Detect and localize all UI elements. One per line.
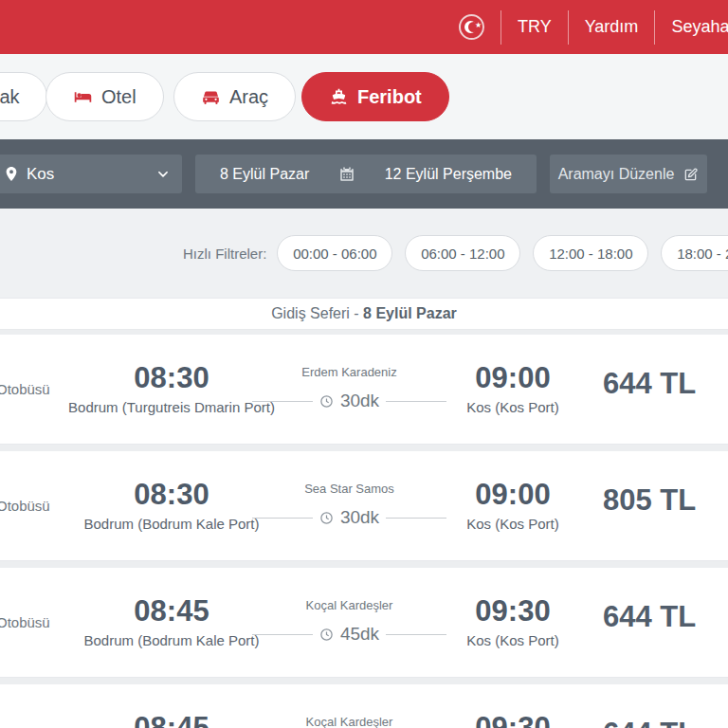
divider bbox=[654, 10, 655, 45]
section-title-prefix: Gidiş Seferi - bbox=[271, 305, 363, 322]
price: 805 TL bbox=[603, 483, 696, 518]
filter-06-12[interactable]: 06:00 - 12:00 bbox=[405, 235, 520, 271]
duration: 30dk bbox=[340, 507, 379, 528]
arrival-port: Kos (Kos Port) bbox=[418, 399, 608, 415]
edit-search-button[interactable]: Aramayı Düzenle bbox=[550, 155, 707, 193]
journey-row[interactable]: Otobüsü 08:30 Bodrum (Turgutreis Dmarin … bbox=[0, 335, 728, 445]
duration: 45dk bbox=[340, 624, 379, 645]
edit-search-label: Aramayı Düzenle bbox=[558, 166, 675, 183]
location-pin-icon bbox=[5, 166, 18, 182]
tab-flight-label: Uçak bbox=[0, 86, 20, 108]
quick-filters: Hızlı Filtreler: 00:00 - 06:00 06:00 - 1… bbox=[0, 209, 728, 298]
search-bar: Kos 8 Eylül Pazar 12 Eylül Perşembe Aram… bbox=[0, 139, 728, 209]
quick-filters-label: Hızlı Filtreler: bbox=[183, 246, 266, 262]
shuttle-label: Otobüsü bbox=[0, 451, 50, 560]
chevron-down-icon bbox=[156, 166, 170, 182]
arrival-time: 09:00 bbox=[418, 361, 608, 395]
arrival-time: 09:30 bbox=[418, 594, 608, 628]
arrival-block: 09:00 Kos (Kos Port) bbox=[418, 361, 608, 415]
price: 644 TL bbox=[603, 600, 696, 634]
price: 644 TL bbox=[603, 717, 696, 728]
tab-hotel-label: Otel bbox=[101, 86, 136, 108]
my-trips-link[interactable]: Seyahatlerim bbox=[671, 17, 728, 37]
turkish-flag-icon[interactable]: ★ bbox=[459, 14, 484, 40]
tab-flight[interactable]: Uçak bbox=[0, 72, 47, 121]
ferry-icon bbox=[329, 87, 349, 107]
clock-icon bbox=[319, 511, 334, 525]
section-header: Gidiş Seferi - 8 Eylül Pazar bbox=[0, 298, 728, 330]
help-link[interactable]: Yardım bbox=[585, 17, 639, 37]
route-line bbox=[252, 518, 313, 519]
journey-row[interactable]: Otobüsü 08:30 Bodrum (Bodrum Kale Port) … bbox=[0, 451, 728, 561]
filter-00-06[interactable]: 00:00 - 06:00 bbox=[277, 235, 392, 271]
journey-row[interactable]: Otobüsü 08:45 Bodrum (Bodrum Kale Port) … bbox=[0, 568, 728, 678]
tab-hotel[interactable]: Otel bbox=[46, 72, 164, 121]
product-tabs: Uçak Otel Araç Feribot bbox=[0, 54, 728, 139]
topbar: ★ TRY Yardım Seyahatlerim bbox=[0, 0, 728, 54]
duration: 30dk bbox=[340, 391, 379, 411]
price: 644 TL bbox=[603, 367, 696, 401]
date-range: 8 Eylül Pazar 12 Eylül Perşembe bbox=[195, 155, 537, 193]
clock-icon bbox=[319, 628, 334, 642]
tab-car-label: Araç bbox=[229, 86, 268, 108]
shuttle-label: Otobüsü bbox=[0, 335, 50, 444]
clock-icon bbox=[319, 394, 334, 409]
arrival-port: Kos (Kos Port) bbox=[418, 632, 608, 648]
section-title-date: 8 Eylül Pazar bbox=[363, 305, 457, 322]
edit-icon bbox=[683, 167, 699, 182]
route-line bbox=[252, 634, 313, 635]
arrival-port: Kos (Kos Port) bbox=[418, 516, 608, 532]
car-icon bbox=[201, 87, 221, 107]
divider bbox=[500, 10, 501, 45]
arrival-block: 09:30 bbox=[418, 711, 608, 728]
arrival-block: 09:00 Kos (Kos Port) bbox=[418, 478, 608, 532]
arrival-block: 09:30 Kos (Kos Port) bbox=[418, 594, 608, 648]
tab-car[interactable]: Araç bbox=[173, 72, 296, 121]
calendar-icon bbox=[338, 166, 355, 183]
departure-date-button[interactable]: 8 Eylül Pazar bbox=[220, 166, 309, 183]
route-line bbox=[252, 401, 313, 402]
journey-row[interactable]: Otobüsü 08:45 Koçal Kardeşler 09:30 644 … bbox=[0, 684, 728, 728]
shuttle-label: Otobüsü bbox=[0, 568, 50, 677]
destination-value: Kos bbox=[27, 165, 54, 184]
destination-select[interactable]: Kos bbox=[0, 155, 182, 193]
tab-ferry-active[interactable]: Feribot bbox=[301, 72, 449, 121]
tab-ferry-label: Feribot bbox=[357, 86, 422, 108]
topbar-nav: ★ TRY Yardım Seyahatlerim bbox=[459, 0, 728, 54]
divider bbox=[568, 10, 569, 45]
bed-icon bbox=[73, 87, 93, 107]
filter-12-18[interactable]: 12:00 - 18:00 bbox=[533, 235, 648, 271]
arrival-time: 09:00 bbox=[418, 478, 608, 512]
currency-selector[interactable]: TRY bbox=[518, 17, 552, 37]
filter-18-24[interactable]: 18:00 - 24:00 bbox=[661, 235, 728, 271]
journey-list: Otobüsü 08:30 Bodrum (Turgutreis Dmarin … bbox=[0, 330, 728, 728]
return-date-button[interactable]: 12 Eylül Perşembe bbox=[385, 166, 512, 183]
shuttle-label: Otobüsü bbox=[0, 684, 50, 728]
arrival-time: 09:30 bbox=[418, 711, 608, 728]
